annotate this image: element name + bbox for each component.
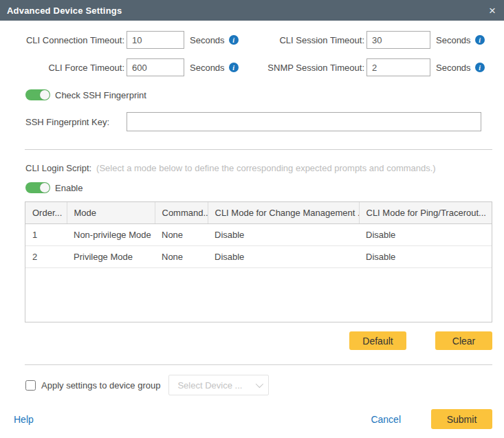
snmp-session-timeout-field: SNMP Session Timeout: Seconds i xyxy=(252,58,504,76)
submit-button[interactable]: Submit xyxy=(431,409,492,429)
default-button[interactable]: Default xyxy=(349,331,406,350)
cell-mode: Privilege Mode xyxy=(67,245,155,267)
cli-connection-timeout-input[interactable] xyxy=(127,31,184,49)
cli-connection-timeout-label: CLI Connection Timeout: xyxy=(0,35,127,45)
device-group-select-value: Select Device ... xyxy=(177,380,242,391)
cell-mode: Non-privilege Mode xyxy=(67,223,155,245)
ssh-fingerprint-key-input[interactable] xyxy=(127,112,481,131)
cell-command: None xyxy=(155,245,208,267)
column-header-order[interactable]: Order... xyxy=(25,202,67,223)
section-divider xyxy=(25,149,492,150)
cli-session-timeout-field: CLI Session Timeout: Seconds i xyxy=(252,31,504,49)
dialog-title: Advanced Device Settings xyxy=(7,6,122,16)
dialog-header: Advanced Device Settings × xyxy=(0,0,504,21)
advanced-device-settings-dialog: Advanced Device Settings × CLI Connectio… xyxy=(0,0,504,438)
table-row[interactable]: 2 Privilege Mode None Disable Disable xyxy=(25,245,492,267)
column-header-ping-traceroute[interactable]: CLI Mode for Ping/Tracerout... xyxy=(359,202,492,223)
cli-force-timeout-input[interactable] xyxy=(127,58,184,76)
snmp-session-timeout-unit: Seconds xyxy=(436,63,471,73)
apply-settings-checkbox[interactable] xyxy=(25,380,36,391)
ssh-fingerprint-key-label: SSH Fingerprint Key: xyxy=(25,117,113,127)
toggle-knob xyxy=(40,183,50,193)
apply-settings-label: Apply settings to device group xyxy=(41,380,160,391)
cell-order: 2 xyxy=(25,245,67,267)
toggle-knob xyxy=(40,90,50,100)
cell-order: 1 xyxy=(25,223,67,245)
help-link[interactable]: Help xyxy=(14,414,34,425)
timeout-row-2: CLI Force Timeout: Seconds i SNMP Sessio… xyxy=(0,58,504,76)
table-header-row: Order... Mode Command... CLI Mode for Ch… xyxy=(25,202,492,223)
info-icon[interactable]: i xyxy=(229,63,239,72)
cli-session-timeout-input[interactable] xyxy=(366,31,430,49)
column-header-change-management[interactable]: CLI Mode for Change Management ... xyxy=(208,202,359,223)
cli-force-timeout-label: CLI Force Timeout: xyxy=(0,63,127,73)
enable-row: Enable xyxy=(0,182,504,193)
enable-toggle[interactable] xyxy=(25,182,50,193)
cell-ping-traceroute: Disable xyxy=(359,245,492,267)
cli-mode-table: Order... Mode Command... CLI Mode for Ch… xyxy=(25,201,492,322)
cli-login-script-label: CLI Login Script: xyxy=(25,163,91,173)
info-icon[interactable]: i xyxy=(229,35,239,45)
ssh-fingerprint-key-row: SSH Fingerprint Key: xyxy=(0,112,504,131)
timeout-row-1: CLI Connection Timeout: Seconds i CLI Se… xyxy=(0,31,504,49)
dialog-footer: Help Cancel Submit xyxy=(0,409,504,429)
cli-login-script-row: CLI Login Script: (Select a mode below t… xyxy=(0,163,504,173)
cli-connection-timeout-unit: Seconds xyxy=(190,35,225,45)
device-group-select[interactable]: Select Device ... xyxy=(168,375,269,395)
check-ssh-fingerprint-row: Check SSH Fingerprint xyxy=(0,89,504,100)
table-actions: Default Clear xyxy=(0,331,504,350)
cli-login-script-hint: (Select a mode below to define the corre… xyxy=(96,163,436,173)
column-header-mode[interactable]: Mode xyxy=(67,202,155,223)
cell-change-management: Disable xyxy=(208,223,359,245)
snmp-session-timeout-label: SNMP Session Timeout: xyxy=(252,63,366,73)
cli-force-timeout-unit: Seconds xyxy=(190,63,225,73)
section-divider xyxy=(25,364,492,365)
column-header-command[interactable]: Command... xyxy=(155,202,208,223)
cell-change-management: Disable xyxy=(208,245,359,267)
cli-force-timeout-field: CLI Force Timeout: Seconds i xyxy=(0,58,252,76)
info-icon[interactable]: i xyxy=(475,63,485,72)
chevron-down-icon xyxy=(256,380,263,388)
cli-session-timeout-unit: Seconds xyxy=(436,35,471,45)
cancel-link[interactable]: Cancel xyxy=(371,414,401,425)
cell-ping-traceroute: Disable xyxy=(359,223,492,245)
cell-command: None xyxy=(155,223,208,245)
enable-label: Enable xyxy=(55,183,83,193)
check-ssh-fingerprint-label: Check SSH Fingerprint xyxy=(55,90,146,100)
apply-settings-row: Apply settings to device group Select De… xyxy=(0,375,504,395)
check-ssh-fingerprint-toggle[interactable] xyxy=(25,89,50,100)
close-icon[interactable]: × xyxy=(489,5,496,17)
snmp-session-timeout-input[interactable] xyxy=(366,58,430,76)
cli-session-timeout-label: CLI Session Timeout: xyxy=(252,35,366,45)
table-row[interactable]: 1 Non-privilege Mode None Disable Disabl… xyxy=(25,223,492,245)
cli-connection-timeout-field: CLI Connection Timeout: Seconds i xyxy=(0,31,252,49)
info-icon[interactable]: i xyxy=(475,35,485,45)
clear-button[interactable]: Clear xyxy=(435,331,492,350)
